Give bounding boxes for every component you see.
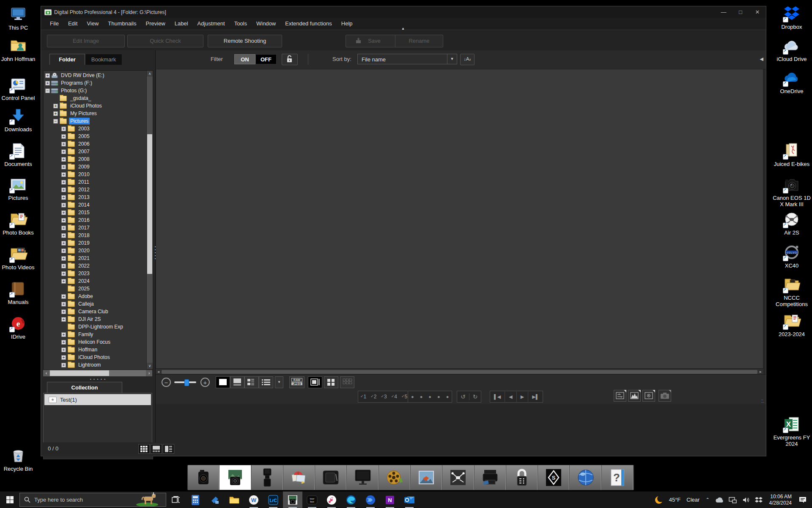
expand-icon[interactable]: + [61, 264, 66, 268]
quick-check-button[interactable]: Quick Check [127, 35, 203, 47]
desktop-icon-2023-2024[interactable]: 2023-2024 [771, 312, 812, 337]
tree-item[interactable]: +DJI Air 2S [44, 315, 153, 323]
expand-icon[interactable]: + [61, 241, 66, 246]
expand-icon[interactable]: + [53, 111, 58, 116]
taskbar-remote-device[interactable] [205, 491, 225, 508]
view-options-dropdown[interactable]: ▼ [275, 376, 283, 388]
filter-on-button[interactable]: ON [234, 54, 255, 64]
tree-item-label[interactable]: 2003 [77, 125, 91, 132]
layout-grid-button[interactable] [138, 444, 150, 454]
scroll-right-icon[interactable]: › [146, 370, 152, 376]
tree-item[interactable]: +My Pictures [44, 110, 153, 117]
network-display-icon[interactable] [729, 497, 737, 503]
tree-item[interactable]: +2005 [44, 133, 153, 140]
tree-item-label[interactable]: 2006 [77, 141, 91, 147]
tree-item[interactable]: +Calleja [44, 300, 153, 308]
expand-icon[interactable]: + [61, 309, 66, 314]
expand-icon[interactable]: + [61, 256, 66, 261]
collection-item[interactable]: ★ Test(1) [44, 394, 151, 405]
desktop-icon-manuals[interactable]: Manuals [0, 279, 38, 305]
tree-item-label[interactable]: 2018 [77, 232, 91, 239]
dock-photo-stitch[interactable] [283, 465, 315, 490]
expand-icon[interactable]: + [61, 332, 66, 337]
dock-dpp-app[interactable] [219, 465, 251, 490]
view-small-thumb-button[interactable] [244, 376, 259, 388]
expand-icon[interactable]: + [61, 172, 66, 177]
expand-icon[interactable]: + [53, 104, 58, 108]
menu-help[interactable]: Help [337, 18, 357, 29]
menu-edit[interactable]: Edit [63, 18, 82, 29]
tree-item[interactable]: 2025 [44, 285, 153, 293]
tree-item-label[interactable]: 2005 [77, 133, 91, 140]
tree-item[interactable]: +2003 [44, 125, 153, 133]
layout-preview-top-button[interactable] [151, 444, 162, 454]
tab-bookmark[interactable]: Bookmark [85, 54, 122, 65]
tree-item-label[interactable]: _gsdata_ [69, 95, 92, 102]
scroll-left-icon[interactable]: ‹ [43, 370, 49, 376]
tree-item-label[interactable]: DJI Air 2S [77, 316, 102, 323]
expand-icon[interactable]: + [61, 218, 66, 223]
menu-collapse-icon[interactable]: ▲ [401, 27, 405, 30]
thumbnail-size-slider[interactable] [174, 381, 196, 383]
tree-item-label[interactable]: Pictures [69, 118, 90, 124]
window-resize-grip[interactable]: ∙∙∙∙∙ [761, 398, 764, 403]
tree-item[interactable]: +Family [44, 331, 153, 338]
desktop-icon-juiced-e-bikes[interactable]: Juiced E-bikes [771, 141, 812, 167]
multi-layout-button[interactable] [324, 376, 338, 388]
expand-icon[interactable]: + [61, 226, 66, 230]
dock-drone-app[interactable] [442, 465, 474, 490]
last-image-icon[interactable]: ▶▌ [528, 392, 543, 402]
tree-item[interactable]: +2013 [44, 193, 153, 201]
taskbar-lightroom-classic[interactable]: LrC [263, 491, 283, 508]
expand-icon[interactable]: + [45, 81, 50, 86]
volume-icon[interactable] [742, 497, 750, 503]
previous-image-icon[interactable]: ◀ [505, 392, 516, 402]
star-rating-dot[interactable]: ● [443, 394, 452, 399]
tree-item[interactable]: _gsdata_ [44, 94, 153, 102]
weather-temp[interactable]: 45°F [669, 497, 681, 503]
tree-item-label[interactable]: DVD RW Drive (E:) [60, 72, 105, 79]
desktop-icon-this-pc[interactable]: This PC [0, 5, 38, 31]
onedrive-tray-icon[interactable] [715, 497, 724, 503]
tree-item-label[interactable]: 2017 [77, 224, 91, 231]
tree-item-label[interactable]: 2022 [77, 262, 91, 269]
menu-extended-functions[interactable]: Extended functions [280, 18, 337, 29]
title-bar[interactable]: Digital Photo Professional 4 - [Folder: … [41, 6, 766, 18]
dock-film-reel[interactable] [379, 465, 411, 490]
tree-item-label[interactable]: 2012 [77, 186, 91, 193]
expand-icon[interactable]: + [61, 294, 66, 299]
expand-icon[interactable]: + [61, 157, 66, 162]
rotate-right-icon[interactable]: ↻ [469, 393, 481, 400]
expand-icon[interactable]: + [61, 248, 66, 253]
scrollbar-thumb[interactable] [162, 370, 757, 374]
expand-icon[interactable]: + [61, 340, 66, 345]
histogram-button[interactable] [628, 390, 641, 402]
first-image-icon[interactable]: ▌◀ [490, 392, 505, 402]
dropbox-tray-icon[interactable] [755, 497, 763, 503]
desktop-icon-onedrive[interactable]: OneDrive [771, 69, 812, 94]
panel-splitter[interactable]: ▪ ▪ ▪ ▪ ▪ [41, 378, 155, 381]
tree-item[interactable]: +2006 [44, 140, 153, 148]
tree-item[interactable]: +2007 [44, 148, 153, 155]
filter-lock-button[interactable] [282, 54, 298, 65]
menu-thumbnails[interactable]: Thumbnails [103, 18, 141, 29]
check-rating-2[interactable]: ✓2 [368, 394, 379, 400]
expand-icon[interactable]: + [61, 149, 66, 154]
tree-item-label[interactable]: 2025 [77, 285, 91, 292]
star-rating-dot[interactable]: ● [434, 394, 443, 399]
expand-icon[interactable]: + [61, 233, 66, 238]
menu-window[interactable]: Window [252, 18, 280, 29]
zoom-out-button[interactable]: − [162, 378, 171, 387]
taskbar-file-explorer[interactable] [225, 491, 244, 508]
tree-item-label[interactable]: DPP-Lightroom Exp [77, 323, 124, 330]
expand-icon[interactable]: + [61, 195, 66, 200]
desktop-icon-photo-books[interactable]: Photo Books [0, 210, 38, 236]
view-thumb-info-button[interactable] [230, 376, 244, 388]
desktop-icon-john-hoffman[interactable]: John Hoffman [0, 36, 38, 62]
action-center-icon[interactable] [798, 496, 807, 504]
taskbar-calculator[interactable] [186, 491, 205, 508]
tree-item-label[interactable]: 2011 [77, 179, 91, 185]
desktop-icon-dropbox[interactable]: Dropbox [771, 4, 812, 30]
rotate-left-icon[interactable]: ↺ [457, 393, 469, 400]
collapse-panel-icon[interactable]: ◀ [760, 56, 763, 62]
